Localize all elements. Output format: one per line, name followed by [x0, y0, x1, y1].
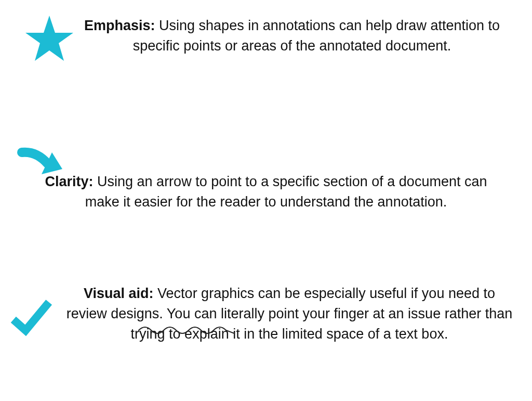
item-title: Clarity:	[45, 174, 98, 189]
item-title: Visual aid:	[84, 286, 157, 301]
svg-marker-0	[25, 16, 73, 61]
star-icon	[21, 10, 78, 68]
list-item-emphasis: Emphasis: Using shapes in annotations ca…	[21, 16, 522, 68]
squiggle-underline-icon	[138, 324, 236, 334]
checkmark-icon	[5, 291, 57, 343]
item-text: Emphasis: Using shapes in annotations ca…	[78, 16, 522, 56]
item-text: Visual aid: Vector graphics can be espec…	[62, 283, 522, 344]
item-body: Using an arrow to point to a specific se…	[85, 174, 487, 210]
item-text: Clarity: Using an arrow to point to a sp…	[10, 172, 522, 212]
item-title: Emphasis:	[84, 18, 159, 33]
list-item-clarity: Clarity: Using an arrow to point to a sp…	[10, 143, 522, 212]
list-item-visual-aid: Visual aid: Vector graphics can be espec…	[5, 283, 522, 344]
item-body: Using shapes in annotations can help dra…	[133, 18, 500, 54]
